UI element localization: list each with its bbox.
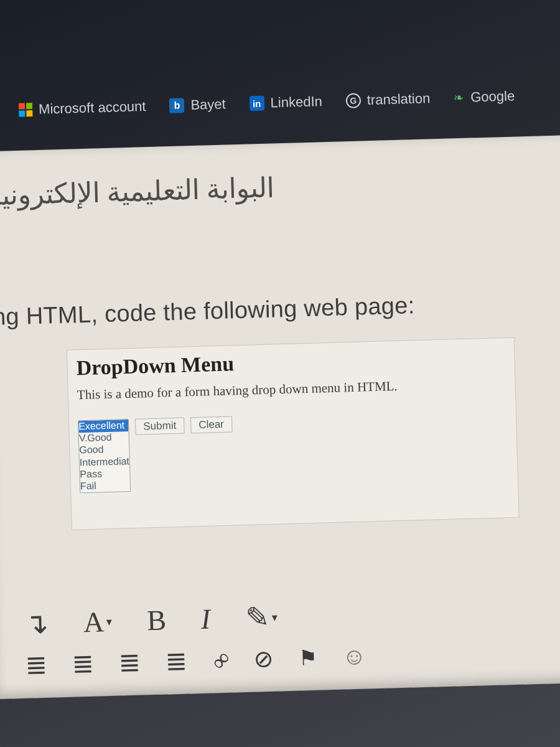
ordered-list-icon[interactable]: ≣ [72,648,94,679]
bookmark-label: Microsoft account [39,98,146,118]
indent-icon[interactable]: ≣ [165,646,187,677]
select-option[interactable]: Execellent [78,420,129,433]
bookmark-label: translation [366,90,430,108]
font-color-button[interactable]: A▾ [83,608,113,637]
linkedin-icon: in [249,96,264,111]
link-icon[interactable]: ∞ [205,644,236,675]
unordered-list-icon[interactable]: ≣ [25,649,47,680]
bayet-icon: b [169,98,185,113]
select-option[interactable]: Intermediat [80,456,130,469]
paragraph-arrow-icon[interactable]: ↴ [24,609,49,639]
editor-toolbar: ↴ A▾ B I ✎▾ ≣ ≣ ≣ ≣ ∞ ⊘ ⚑ ☺ [24,594,560,680]
bookmarks-bar: Microsoft account b Bayet in LinkedIn G … [0,73,560,132]
question-text: ing HTML, code the following web page: [0,288,545,331]
unlink-icon[interactable]: ⊘ [253,644,274,672]
google-g-icon: G [345,93,361,108]
chevron-down-icon: ▾ [106,616,112,627]
italic-button[interactable]: I [200,605,211,634]
select-option[interactable]: Pass [80,467,130,481]
clear-button[interactable]: Clear [190,416,232,433]
page-content: البوابة التعليمية الإلكترونية ing HTML, … [0,135,560,699]
flag-icon[interactable]: ⚑ [298,644,317,670]
bookmark-linkedin[interactable]: in LinkedIn [249,93,322,111]
toolbar-row-2: ≣ ≣ ≣ ≣ ∞ ⊘ ⚑ ☺ [25,634,560,680]
bookmark-label: LinkedIn [270,93,322,111]
microsoft-icon [19,103,33,117]
portal-title: البوابة التعليمية الإلكترونية [0,171,274,212]
bookmark-translation[interactable]: G translation [345,90,430,109]
brush-button[interactable]: ✎▾ [245,603,278,632]
select-option[interactable]: Fail [80,479,131,492]
toolbar-row-1: ↴ A▾ B I ✎▾ [24,594,560,638]
select-option[interactable]: V.Good [79,431,129,444]
bold-button[interactable]: B [147,606,167,636]
demo-heading: DropDown Menu [76,344,506,380]
select-option[interactable]: Good [79,443,129,456]
bookmark-google[interactable]: ❧ Google [454,88,515,106]
bookmark-label: Google [470,88,515,105]
chevron-down-icon: ▾ [272,612,278,623]
bookmark-label: Bayet [190,96,226,113]
demo-box: DropDown Menu This is a demo for a form … [67,337,520,530]
bookmark-microsoft[interactable]: Microsoft account [19,98,146,118]
bookmark-bayet[interactable]: b Bayet [169,96,226,114]
grade-select[interactable]: Execellent V.Good Good Intermediat Pass … [78,419,131,493]
demo-description: This is a demo for a form having drop do… [77,375,506,403]
submit-button[interactable]: Submit [135,418,185,435]
emoji-icon[interactable]: ☺ [342,642,366,670]
leaf-icon: ❧ [454,90,465,105]
demo-form-row: Execellent V.Good Good Intermediat Pass … [78,408,509,493]
outdent-icon[interactable]: ≣ [118,647,141,678]
